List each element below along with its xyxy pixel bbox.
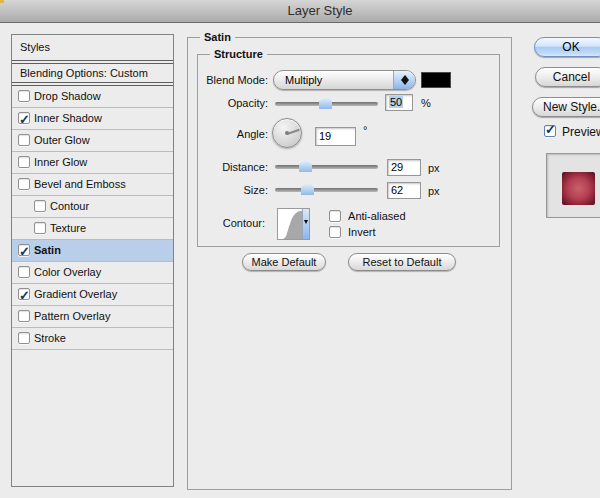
invert-checkbox[interactable] [329,226,341,238]
angle-field[interactable]: 19 [315,127,356,146]
style-row-label: Gradient Overlay [34,288,117,300]
opacity-unit: % [421,97,431,109]
make-default-button[interactable]: Make Default [242,253,326,271]
style-row-label: Satin [34,244,61,256]
opacity-field[interactable]: 50 [385,94,413,111]
dropdown-arrow-icon [304,220,308,224]
style-row-label: Texture [50,222,86,234]
contour-curve-icon [278,209,303,239]
title-bar[interactable]: Layer Style [0,0,600,23]
satin-color-swatch[interactable] [421,72,451,88]
satin-checkbox[interactable] [18,244,30,256]
anti-aliased-row: Anti-aliased [329,210,406,222]
blend-mode-dropdown[interactable]: Multiply [273,70,416,90]
distance-slider-track[interactable] [275,165,378,169]
blend-mode-value: Multiply [285,74,322,86]
style-row-inner-glow[interactable]: Inner Glow [12,152,173,174]
satin-panel-title: Satin [200,31,235,43]
angle-label: Angle: [180,128,268,142]
anti-aliased-label: Anti-aliased [348,210,405,222]
reset-to-default-button[interactable]: Reset to Default [348,253,456,271]
preview-checkbox[interactable] [544,125,556,137]
style-row-label: Color Overlay [34,266,101,278]
stroke-checkbox[interactable] [18,332,30,344]
preview-swatch-well [546,153,600,218]
inner-shadow-checkbox[interactable] [18,112,30,124]
style-row-label: Inner Shadow [34,112,102,124]
style-row-stroke[interactable]: Stroke [12,328,173,350]
invert-row: Invert [329,226,376,238]
size-field[interactable]: 62 [387,182,421,199]
angle-dial[interactable] [272,118,302,148]
bevel-and-emboss-checkbox[interactable] [18,178,30,190]
opacity-label: Opacity: [180,97,268,111]
style-row-outer-glow[interactable]: Outer Glow [12,130,173,152]
contour-checkbox[interactable] [34,200,46,212]
angle-unit: ° [363,124,367,136]
size-label: Size: [180,184,268,198]
style-row-inner-shadow[interactable]: Inner Shadow [12,108,173,130]
structure-group-title: Structure [210,48,267,60]
style-row-label: Outer Glow [34,134,90,146]
window-title: Layer Style [0,3,600,18]
style-row-contour[interactable]: Contour [12,196,173,218]
layer-style-dialog: Layer Style Styles Blending Options: Cus… [0,0,600,498]
style-row-texture[interactable]: Texture [12,218,173,240]
contour-dropdown-strip[interactable] [302,209,309,239]
style-row-color-overlay[interactable]: Color Overlay [12,262,173,284]
inner-glow-checkbox[interactable] [18,156,30,168]
style-row-label: Contour [50,200,89,212]
styles-list-header: Styles [12,35,173,60]
ok-button[interactable]: OK [534,37,600,57]
distance-field[interactable]: 29 [387,159,421,176]
contour-picker[interactable] [277,208,310,240]
style-row-label: Pattern Overlay [34,310,110,322]
style-row-label: Drop Shadow [34,90,101,102]
style-row-gradient-overlay[interactable]: Gradient Overlay [12,284,173,306]
cancel-button[interactable]: Cancel [535,67,600,87]
style-row-pattern-overlay[interactable]: Pattern Overlay [12,306,173,328]
window-corner-fragment [0,0,4,3]
style-row-drop-shadow[interactable]: Drop Shadow [12,86,173,108]
drop-shadow-checkbox[interactable] [18,90,30,102]
style-row-label: Bevel and Emboss [34,178,126,190]
blend-mode-label: Blend Mode: [180,74,268,88]
distance-label: Distance: [180,161,268,175]
gradient-overlay-checkbox[interactable] [18,288,30,300]
blending-options-row[interactable]: Blending Options: Custom [12,64,173,82]
invert-label: Invert [348,226,376,238]
style-row-label: Inner Glow [34,156,87,168]
size-unit: px [428,185,440,197]
stepper-icon [393,71,415,89]
style-row-label: Stroke [34,332,66,344]
pattern-overlay-checkbox[interactable] [18,310,30,322]
new-style-button[interactable]: New Style... [532,97,600,117]
color-overlay-checkbox[interactable] [18,266,30,278]
distance-unit: px [428,162,440,174]
layer-preview-image [562,172,595,205]
size-slider-track[interactable] [275,188,378,192]
styles-list: Styles Blending Options: Custom Drop Sha… [11,34,174,487]
style-row-satin[interactable]: Satin [12,240,173,262]
outer-glow-checkbox[interactable] [18,134,30,146]
angle-hub-icon [285,131,289,135]
style-row-bevel-and-emboss[interactable]: Bevel and Emboss [12,174,173,196]
anti-aliased-checkbox[interactable] [329,210,341,222]
texture-checkbox[interactable] [34,222,46,234]
preview-label: Preview [562,125,600,139]
contour-label: Contour: [180,217,265,231]
